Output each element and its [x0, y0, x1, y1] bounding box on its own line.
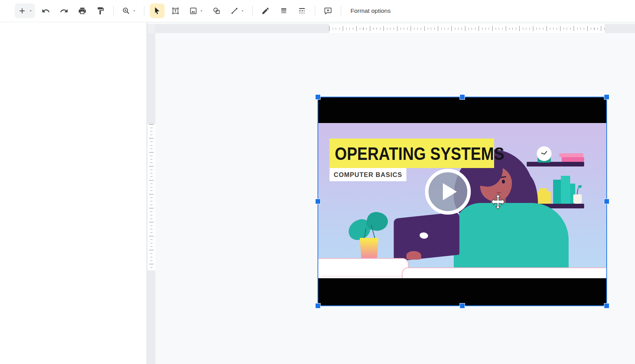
new-slide-button[interactable]: [15, 3, 35, 18]
desk-edge-line: [321, 276, 403, 276]
chevron-down-icon: [28, 9, 33, 13]
border-dash-button[interactable]: [295, 3, 309, 18]
play-button[interactable]: [425, 169, 471, 215]
print-button[interactable]: [75, 3, 90, 18]
toolbar-divider: [113, 6, 114, 16]
resize-handle-bottom-center[interactable]: [460, 303, 465, 308]
resize-handle-bottom-right[interactable]: [604, 303, 609, 308]
text-box-button[interactable]: [168, 3, 183, 18]
horizontal-ruler: [605, 24, 635, 33]
video-subtitle-text: COMPUTER BASICS: [334, 171, 402, 179]
play-icon: [443, 183, 457, 200]
woman-eye: [502, 180, 505, 184]
move-cursor-icon: [490, 194, 506, 210]
chevron-down-icon: [132, 9, 137, 13]
plus-icon: [16, 3, 28, 18]
select-tool-button[interactable]: [150, 3, 165, 18]
horizontal-ruler: [155, 24, 329, 33]
chevron-down-icon: [199, 9, 204, 13]
chevron-down-icon: [240, 9, 245, 13]
toolbar-divider: [252, 6, 253, 16]
magnifier-plus-icon: [121, 3, 132, 18]
vertical-ruler-ticks: [147, 124, 155, 270]
horizontal-ruler-ticks: [329, 24, 605, 33]
undo-button[interactable]: [38, 3, 53, 18]
plant-pot: [358, 238, 380, 259]
toolbar-divider: [315, 6, 315, 16]
zoom-button[interactable]: [119, 3, 139, 18]
video-title-banner: OPERATING SYSTEMS: [330, 139, 494, 168]
yellow-box-lid: [539, 188, 547, 192]
border-color-button[interactable]: [258, 3, 273, 18]
resize-handle-middle-left[interactable]: [316, 199, 320, 204]
insert-shape-button[interactable]: [209, 3, 224, 18]
vertical-ruler: [147, 33, 155, 124]
toolbar-divider: [144, 6, 144, 16]
video-element[interactable]: OPERATING SYSTEMS COMPUTER BASICS: [318, 97, 606, 305]
insert-image-button[interactable]: [186, 3, 206, 18]
format-options-button[interactable]: Format options: [347, 4, 394, 17]
desk: [318, 258, 409, 278]
redo-button[interactable]: [57, 3, 71, 18]
pink-book: [559, 153, 583, 157]
woman-smile: [496, 190, 501, 193]
teal-book: [561, 176, 570, 204]
vertical-ruler: [147, 270, 155, 364]
toolbar-divider: [341, 6, 341, 16]
slide-filmstrip: [0, 22, 147, 364]
desk: [402, 267, 606, 278]
line-icon: [229, 3, 240, 18]
paint-format-button[interactable]: [93, 3, 108, 18]
shelf-top: [527, 162, 584, 166]
toolbar: Format options: [0, 0, 635, 22]
slides-editor: Format options 1 Computer Basics ... GCF…: [0, 0, 635, 364]
ruler-corner: [147, 24, 155, 33]
add-comment-button[interactable]: [321, 3, 335, 18]
resize-handle-top-left[interactable]: [316, 95, 320, 99]
video-title-text: OPERATING SYSTEMS: [330, 143, 504, 164]
teal-book: [553, 180, 561, 204]
pink-book: [562, 157, 584, 162]
small-plant-pot: [573, 194, 582, 204]
resize-handle-bottom-left[interactable]: [316, 303, 320, 308]
woman-hand: [406, 251, 421, 260]
image-icon: [188, 3, 199, 18]
resize-handle-middle-right[interactable]: [604, 199, 609, 204]
insert-line-button[interactable]: [227, 3, 247, 18]
resize-handle-top-center[interactable]: [460, 95, 465, 99]
video-subtitle-banner: COMPUTER BASICS: [330, 168, 406, 181]
border-weight-button[interactable]: [276, 3, 291, 18]
resize-handle-top-right[interactable]: [604, 95, 609, 99]
